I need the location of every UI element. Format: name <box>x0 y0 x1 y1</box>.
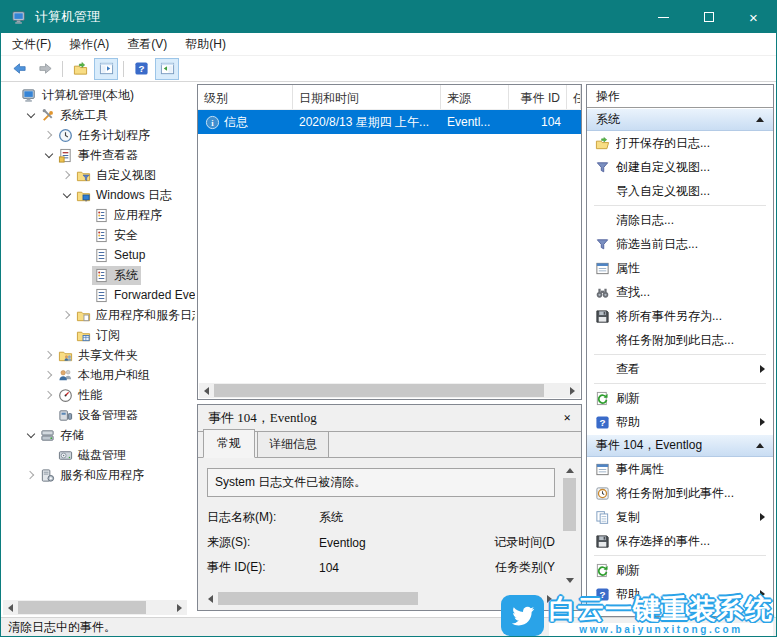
action-item[interactable]: 清除日志... <box>587 208 773 232</box>
tree-horizontal-scrollbar[interactable] <box>3 600 187 615</box>
tree-item[interactable]: 自定义视图 <box>1 165 195 185</box>
tree-item[interactable]: 订阅 <box>1 325 195 345</box>
collapse-chevron-icon[interactable] <box>23 428 38 443</box>
action-item[interactable]: 保存选择的事件... <box>587 529 773 553</box>
action-item[interactable]: 将任务附加到此事件... <box>587 481 773 505</box>
tree-item[interactable]: 安全 <box>1 225 195 245</box>
action-item[interactable]: 事件属性 <box>587 457 773 481</box>
action-section-header[interactable]: 事件 104，Eventlog <box>587 434 773 457</box>
scroll-right-icon[interactable] <box>565 383 580 398</box>
column-header[interactable]: 日期和时间 <box>293 85 441 109</box>
action-separator <box>594 354 766 355</box>
tab-general[interactable]: 常规 <box>203 429 255 458</box>
expand-chevron-icon[interactable] <box>41 368 56 383</box>
action-item[interactable]: 将所有事件另存为... <box>587 304 773 328</box>
action-item[interactable]: 刷新 <box>587 386 773 410</box>
expand-chevron-icon[interactable] <box>59 308 74 323</box>
action-pane-toggle-button[interactable] <box>155 58 179 80</box>
tools-icon <box>39 107 55 123</box>
scroll-thumb[interactable] <box>563 478 576 531</box>
tree-item[interactable]: Windows 日志 <box>1 185 195 205</box>
tree-item[interactable]: 存储 <box>1 425 195 445</box>
menu-item-3[interactable]: 帮助(H) <box>176 33 235 55</box>
console-tree-toggle-button[interactable] <box>94 58 118 80</box>
tree-item-label: Setup <box>114 248 145 262</box>
scroll-down-icon[interactable] <box>562 573 577 588</box>
expand-chevron-icon[interactable] <box>23 468 38 483</box>
scroll-left-icon[interactable] <box>203 591 218 606</box>
no-expander <box>77 268 92 283</box>
action-item[interactable]: 筛选当前日志... <box>587 232 773 256</box>
menu-item-1[interactable]: 操作(A) <box>60 33 118 55</box>
svg-text:?: ? <box>599 417 605 428</box>
expand-chevron-icon[interactable] <box>41 348 56 363</box>
export-folder-button[interactable] <box>68 58 92 80</box>
tree-item[interactable]: 计算机管理(本地) <box>1 85 195 105</box>
tree-item[interactable]: 本地用户和组 <box>1 365 195 385</box>
collapse-chevron-icon[interactable] <box>23 108 38 123</box>
scroll-thumb[interactable] <box>214 384 544 397</box>
tree-item[interactable]: 服务和应用程序 <box>1 465 195 485</box>
tree-item[interactable]: 应用程序和服务日志 <box>1 305 195 325</box>
minimize-button[interactable] <box>641 1 686 33</box>
action-section-header[interactable]: 系统 <box>587 108 773 131</box>
action-item[interactable]: 导入自定义视图... <box>587 179 773 203</box>
event-row-selected[interactable]: i信息2020/8/13 星期四 上午...Eventl...104 <box>198 110 581 134</box>
computer-management-app-icon <box>11 9 27 25</box>
tree-item[interactable]: 共享文件夹 <box>1 345 195 365</box>
action-item[interactable]: 查找... <box>587 280 773 304</box>
action-item[interactable]: 复制 <box>587 505 773 529</box>
blank-icon-slot <box>594 212 610 228</box>
tree-item[interactable]: 任务计划程序 <box>1 125 195 145</box>
scroll-up-icon[interactable] <box>562 463 577 478</box>
action-item[interactable]: 将任务附加到此日志... <box>587 328 773 352</box>
scroll-thumb[interactable] <box>218 592 418 605</box>
action-item[interactable]: 打开保存的日志... <box>587 131 773 155</box>
help-button[interactable]: ? <box>129 58 153 80</box>
tree-item[interactable]: 事件查看器 <box>1 145 195 165</box>
expand-chevron-icon[interactable] <box>41 128 56 143</box>
collapse-chevron-icon[interactable] <box>59 188 74 203</box>
forward-arrow-button[interactable] <box>33 58 57 80</box>
column-header[interactable]: 事件 ID <box>509 85 567 109</box>
detail-close-button[interactable]: × <box>564 410 571 426</box>
action-item-label: 刷新 <box>616 390 640 407</box>
log-colored-icon <box>93 207 109 223</box>
expand-chevron-icon[interactable] <box>59 168 74 183</box>
column-header[interactable]: 级别 <box>198 85 293 109</box>
expand-chevron-icon[interactable] <box>41 388 56 403</box>
shared-icon <box>57 347 73 363</box>
maximize-button[interactable] <box>686 1 731 33</box>
action-item-label: 刷新 <box>616 562 640 579</box>
action-item[interactable]: 查看 <box>587 357 773 381</box>
tab-details[interactable]: 详细信息 <box>257 431 329 457</box>
action-item[interactable]: 创建自定义视图... <box>587 155 773 179</box>
list-horizontal-scrollbar[interactable] <box>199 383 580 398</box>
column-header[interactable]: 来源 <box>441 85 509 109</box>
menu-item-2[interactable]: 查看(V) <box>118 33 176 55</box>
collapse-section-icon[interactable] <box>756 443 764 448</box>
collapse-chevron-icon[interactable] <box>41 148 56 163</box>
action-item[interactable]: ?帮助 <box>587 410 773 434</box>
action-item[interactable]: 刷新 <box>587 558 773 582</box>
collapse-section-icon[interactable] <box>756 117 764 122</box>
tree-item[interactable]: 磁盘管理 <box>1 445 195 465</box>
scroll-right-icon[interactable] <box>172 600 187 615</box>
submenu-arrow-icon <box>760 418 765 426</box>
tree-item[interactable]: Setup <box>1 245 195 265</box>
tree-item[interactable]: 应用程序 <box>1 205 195 225</box>
tree-item[interactable]: Forwarded Eve <box>1 285 195 305</box>
scroll-left-icon[interactable] <box>199 383 214 398</box>
scroll-thumb[interactable] <box>18 601 146 614</box>
close-button[interactable]: × <box>731 1 776 33</box>
scroll-left-icon[interactable] <box>3 600 18 615</box>
tree-item[interactable]: 性能 <box>1 385 195 405</box>
menu-item-0[interactable]: 文件(F) <box>3 33 60 55</box>
detail-vertical-scrollbar[interactable] <box>562 463 577 588</box>
tree-item[interactable]: 系统 <box>1 265 195 285</box>
action-item[interactable]: 属性 <box>587 256 773 280</box>
tree-item[interactable]: 系统工具 <box>1 105 195 125</box>
back-arrow-button[interactable] <box>7 58 31 80</box>
column-header[interactable]: 任 <box>567 85 581 109</box>
tree-item[interactable]: 设备管理器 <box>1 405 195 425</box>
